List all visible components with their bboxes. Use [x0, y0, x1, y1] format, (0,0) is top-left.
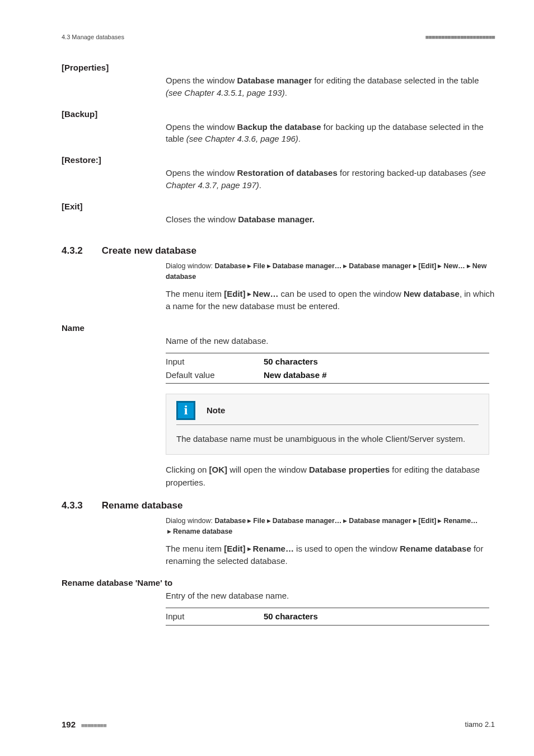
spec-default-value: New database #	[264, 368, 327, 381]
info-icon: i	[176, 401, 195, 420]
header-ornament: ■■■■■■■■■■■■■■■■■■■■■■	[425, 34, 495, 40]
page-number: 192	[62, 720, 76, 729]
section-433-title: Rename database	[102, 500, 183, 511]
note-body: The database name must be unambiguous in…	[176, 433, 479, 446]
section-432-number: 4.3.2	[62, 245, 83, 256]
body-properties: Opens the window Database manager for ed…	[166, 74, 495, 99]
note-title: Note	[207, 405, 225, 415]
note-callout: i Note The database name must be unambig…	[166, 394, 489, 455]
term-exit: [Exit]	[62, 202, 495, 211]
section-433-number: 4.3.3	[62, 500, 83, 511]
table-row: Input 50 characters	[166, 355, 489, 368]
footer-product: tiamo 2.1	[465, 720, 495, 729]
rename-spec-table: Input 50 characters	[166, 608, 489, 625]
section-433-para1: The menu item [Edit]▶Rename… is used to …	[166, 543, 495, 568]
page-header: 4.3 Manage databases ■■■■■■■■■■■■■■■■■■■…	[62, 34, 495, 40]
note-header: i Note	[176, 401, 479, 425]
name-field-label: Name	[62, 323, 495, 333]
footer-left: 192 ■■■■■■■■	[62, 720, 106, 729]
section-432-para1: The menu item [Edit]▶New… can be used to…	[166, 288, 495, 313]
section-432-para2: Clicking on [OK] will open the window Da…	[166, 464, 495, 489]
section-432-title: Create new database	[102, 245, 196, 256]
body-restore: Opens the window Restoration of database…	[166, 167, 495, 192]
definition-list: [Properties] Opens the window Database m…	[62, 63, 495, 225]
table-row: Input 50 characters	[166, 610, 489, 623]
section-432-heading: 4.3.2 Create new database	[62, 245, 495, 256]
spec-input-label: Input	[166, 610, 264, 623]
rename-field-label: Rename database 'Name' to	[62, 578, 495, 587]
term-restore: [Restore:]	[62, 155, 495, 165]
section-432-breadcrumb: Dialog window: Database▶File▶Database ma…	[166, 261, 495, 282]
name-spec-table: Input 50 characters Default value New da…	[166, 353, 489, 384]
section-433-heading: 4.3.3 Rename database	[62, 500, 495, 511]
name-field-desc: Name of the new database.	[166, 335, 495, 348]
body-backup: Opens the window Backup the database for…	[166, 121, 495, 146]
table-row: Default value New database #	[166, 368, 489, 381]
spec-input-value: 50 characters	[264, 355, 318, 368]
section-433-breadcrumb: Dialog window: Database▶File▶Database ma…	[166, 516, 495, 537]
footer-ornament: ■■■■■■■■	[81, 722, 106, 729]
term-properties: [Properties]	[62, 63, 495, 72]
spec-input-value: 50 characters	[264, 610, 318, 623]
term-backup: [Backup]	[62, 109, 495, 119]
page-footer: 192 ■■■■■■■■ tiamo 2.1	[62, 720, 495, 729]
body-exit: Closes the window Database manager.	[166, 213, 495, 226]
rename-field-desc: Entry of the new database name.	[166, 590, 495, 603]
spec-input-label: Input	[166, 355, 264, 368]
spec-default-label: Default value	[166, 368, 264, 381]
header-section-path: 4.3 Manage databases	[62, 34, 124, 40]
